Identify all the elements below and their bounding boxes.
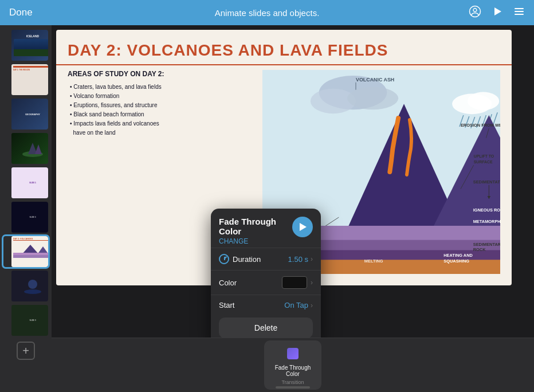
transition-square-icon [287,348,299,359]
popup-start-label: Start [219,301,234,309]
slide-5-image: SLIDE 5 [11,167,48,198]
slide-3-image: GEOGRAPHY [11,99,48,130]
slide-3-thumbnail[interactable]: 3 GEOGRAPHY [3,99,48,130]
svg-point-1 [473,8,477,11]
header-bar: Done Animate slides and objects. [0,0,534,25]
slide-1-image: ICELAND [11,30,48,61]
svg-rect-3 [515,8,524,9]
chevron-right-color-icon: › [311,279,313,287]
animation-popup: Fade Through Color CHANGE Duration [211,209,321,338]
popup-duration-value: 1.50 s › [288,255,313,264]
popup-color-value: › [282,276,313,289]
popup-play-button[interactable] [292,217,313,237]
chevron-right-icon: › [311,255,313,263]
transition-card[interactable]: Fade Through Color Transition [264,340,321,390]
slide-2-thumbnail[interactable]: 2 DAY 1: THE REGION [3,64,48,95]
slide-6-image: SLIDE 6 [11,202,48,233]
svg-point-16 [24,289,41,294]
menu-icon[interactable] [513,6,525,20]
play-icon[interactable] [492,6,503,20]
svg-point-15 [28,280,37,289]
header-icons [469,5,525,21]
slide-6-thumbnail[interactable]: 6 SLIDE 6 [3,202,48,233]
svg-rect-13 [13,253,48,255]
popup-color-row[interactable]: Color › [211,270,321,295]
play-triangle-icon [300,223,307,231]
slide-7-thumbnail[interactable]: 7 DAY 2: VOLCANOES [3,236,48,267]
bottom-panel: Fade Through Color Transition [52,338,534,392]
popup-header-text: Fade Through Color CHANGE [219,217,292,245]
color-swatch [282,276,307,289]
popup-start-row[interactable]: Start On Tap › [211,295,321,315]
svg-marker-8 [35,144,42,154]
svg-rect-4 [515,11,524,12]
popup-change-button[interactable]: CHANGE [219,237,292,245]
slide-8-thumbnail[interactable]: 8 [3,271,48,301]
popup-title: Fade Through Color [219,217,292,236]
popup-duration-label: Duration [219,254,261,264]
slide-5-thumbnail[interactable]: 5 SLIDE 5 [3,167,48,198]
slide-9-image: SLIDE 9 [11,305,48,336]
slide-8-image [11,271,48,301]
done-button[interactable]: Done [9,7,33,18]
person-circle-icon[interactable] [469,5,481,21]
slide-4-image [11,133,48,164]
chevron-right-start-icon: › [311,301,313,309]
slide-1-thumbnail[interactable]: 1 ICELAND [3,30,48,61]
popup-start-value: On Tap › [284,301,313,309]
transition-sublabel: Transition [281,379,304,385]
scroll-indicator [276,386,310,389]
popup-header: Fade Through Color CHANGE [211,209,321,248]
svg-rect-5 [515,14,524,15]
transition-label: Fade Through Color [273,364,312,377]
slide-9-thumbnail[interactable]: 9 SLIDE 9 [3,305,48,336]
slide-7-image: DAY 2: VOLCANOES [11,236,48,267]
slide-4-thumbnail[interactable]: 4 [3,133,48,164]
popup-overlay: Fade Through Color CHANGE Duration [52,25,534,338]
main-layout: 1 ICELAND 2 DAY 1: THE REGION [0,25,534,392]
svg-marker-2 [494,7,501,15]
popup-color-label: Color [219,279,237,287]
popup-duration-row[interactable]: Duration 1.50 s › [211,248,321,270]
slide-panel: 1 ICELAND 2 DAY 1: THE REGION [0,25,52,392]
content-area: DAY 2: VOLCANOES AND LAVA FIELDS AREAS O… [52,25,534,392]
transition-icon [281,345,304,362]
slide-2-image: DAY 1: THE REGION [11,64,48,95]
slide-canvas: DAY 2: VOLCANOES AND LAVA FIELDS AREAS O… [52,25,534,338]
clock-icon [219,254,229,264]
header-title: Animate slides and objects. [215,8,320,18]
add-slide-button[interactable]: + [17,342,35,360]
popup-delete-button[interactable]: Delete [219,317,313,338]
